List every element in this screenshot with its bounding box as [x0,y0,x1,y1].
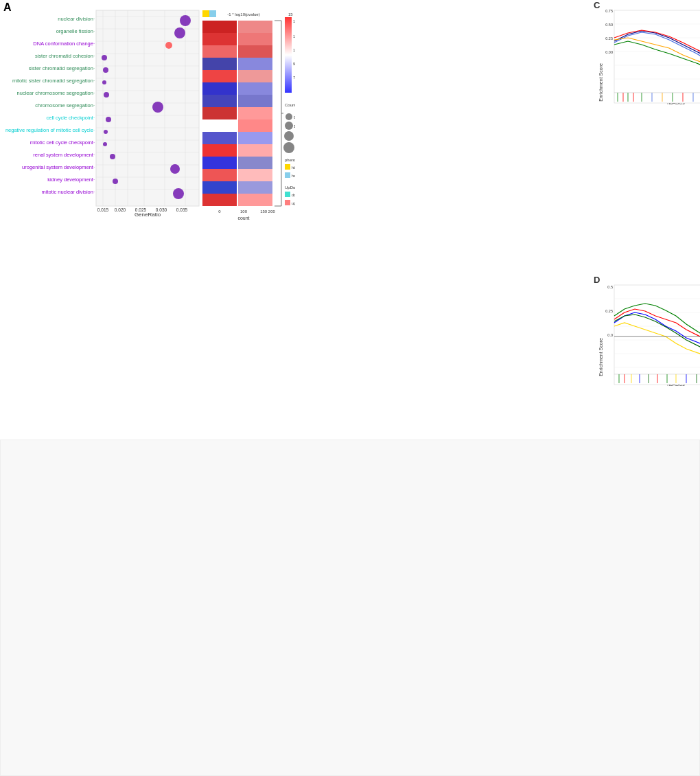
svg-point-39 [165,42,172,49]
svg-rect-90 [202,119,237,132]
svg-text:Count: Count [285,103,295,107]
svg-text:mitotic cell cycle checkpoint·: mitotic cell cycle checkpoint· [30,139,95,146]
svg-point-38 [174,27,185,38]
svg-point-48 [110,154,115,159]
svg-rect-99 [238,45,272,58]
panel-b: B Cell cycle· TGF-beta signaling pathway… [0,220,295,440]
svg-text:organelle fission·: organelle fission· [56,28,95,34]
svg-rect-93 [202,157,237,169]
svg-text:0.25: 0.25 [605,309,613,313]
svg-rect-59 [209,10,216,17]
svg-point-37 [180,15,191,26]
svg-text:0.035: 0.035 [176,207,188,212]
panel-d: D Enrichment Score 0.5 0.25 0.0 [295,137,494,288]
svg-text:-1 * log10(pvalue): -1 * log10(pvalue) [227,12,259,16]
svg-text:100: 100 [240,209,248,214]
svg-text:DNA conformation change·: DNA conformation change· [33,41,95,47]
svg-rect-105 [238,119,272,132]
svg-rect-78 [285,164,290,170]
svg-text:0.0: 0.0 [607,333,613,337]
svg-point-51 [173,188,184,199]
svg-text:0.015: 0.015 [97,207,109,212]
svg-text:0.25: 0.25 [605,36,613,41]
svg-rect-83 [202,33,237,45]
svg-rect-123 [285,200,290,205]
svg-text:0: 0 [218,209,221,214]
svg-rect-82 [202,21,237,33]
svg-rect-91 [202,132,237,144]
svg-rect-58 [202,10,209,17]
svg-text:mitotic sister chromatid segre: mitotic sister chromatid segregation· [12,78,95,84]
svg-rect-111 [238,194,272,206]
svg-rect-85 [202,58,237,70]
svg-text:0.030: 0.030 [156,207,167,212]
svg-point-42 [102,80,106,84]
svg-rect-107 [238,144,272,157]
svg-point-41 [103,67,108,73]
svg-rect-101 [238,70,272,82]
svg-text:renal system development·: renal system development· [33,152,95,158]
svg-rect-109 [238,169,272,181]
svg-text:0.025: 0.025 [135,207,147,212]
svg-rect-94 [202,169,237,181]
svg-rect-80 [285,172,290,178]
svg-point-73 [284,131,294,141]
svg-rect-121 [285,192,290,197]
svg-rect-106 [238,132,272,144]
svg-rect-92 [202,144,237,157]
svg-rect-0 [96,10,199,206]
svg-rect-251 [614,93,700,103]
svg-text:chromosome segregation·: chromosome segregation· [35,102,95,109]
panel-a-chart: nuclear division· organelle fission· DNA… [0,0,295,220]
svg-rect-103 [238,95,272,107]
svg-text:0.5: 0.5 [607,285,613,289]
panel-c: C Enrichment Score 0.75 0.50 0.25 0.00 [295,0,494,137]
svg-text:kidney development·: kidney development· [47,176,95,183]
svg-point-49 [170,164,180,174]
svg-rect-96 [202,194,237,206]
svg-rect-100 [238,58,272,70]
svg-text:150 200: 150 200 [260,209,275,214]
svg-point-69 [285,113,292,120]
svg-text:nuclear division·: nuclear division· [58,16,95,22]
svg-rect-86 [202,70,237,82]
svg-text:negative regulation of mitotic: negative regulation of mitotic cell cycl… [5,127,95,133]
svg-text:UpDown: UpDown [285,185,295,190]
panel-a: A nuclear division· organelle fission· D… [0,0,295,220]
svg-text:C: C [594,0,600,10]
svg-rect-110 [238,181,272,194]
svg-text:sister chromatid cohesion·: sister chromatid cohesion· [35,53,95,59]
svg-point-45 [106,117,111,122]
svg-text:0.50: 0.50 [605,23,613,27]
svg-text:Enrichment Score: Enrichment Score [598,63,603,102]
svg-text:nuclear chromosome segregation: nuclear chromosome segregation· [17,90,95,96]
svg-rect-104 [238,107,272,119]
panel-e: E [0,440,700,776]
svg-text:pheno.group: pheno.group [285,158,295,162]
svg-text:mitotic nuclear division·: mitotic nuclear division· [41,189,95,195]
svg-text:sister chromatid segregation·: sister chromatid segregation· [29,65,95,71]
svg-rect-95 [202,181,237,194]
svg-point-75 [283,142,294,153]
svg-point-71 [285,122,293,130]
svg-point-47 [103,142,107,146]
svg-point-50 [113,179,118,184]
svg-text:15: 15 [288,12,293,16]
panel-a-label: A [3,1,12,14]
svg-point-46 [104,130,108,134]
svg-rect-89 [202,107,237,119]
svg-rect-97 [238,21,272,33]
svg-rect-108 [238,157,272,169]
svg-rect-290 [614,374,700,385]
svg-rect-84 [202,45,237,58]
svg-rect-98 [238,33,272,45]
panel-d-chart: D Enrichment Score 0.5 0.25 0.0 [590,275,700,426]
svg-point-43 [104,92,109,98]
svg-text:cell cycle checkpoint·: cell cycle checkpoint· [47,115,95,121]
svg-rect-102 [238,82,272,95]
panel-c-chart: C Enrichment Score 0.75 0.50 0.25 0.00 [590,0,700,137]
svg-text:urogenital system development·: urogenital system development· [22,164,95,170]
svg-text:0.00: 0.00 [605,50,613,54]
svg-text:Enrichment Score: Enrichment Score [598,338,603,376]
svg-text:D: D [594,275,600,285]
